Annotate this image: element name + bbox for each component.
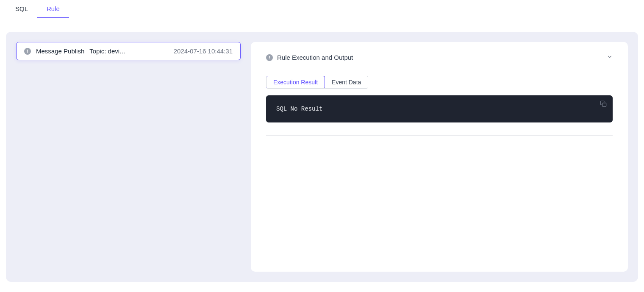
tab-rule[interactable]: Rule [37,0,69,18]
tab-event-data[interactable]: Event Data [325,76,368,88]
panel-title: Rule Execution and Output [277,54,353,61]
divider [266,135,613,136]
copy-icon[interactable] [600,100,607,109]
panel-header: ! Rule Execution and Output [266,54,613,68]
chevron-down-icon[interactable] [607,54,613,61]
info-icon: ! [266,54,273,61]
main-tabs: SQL Rule [0,0,644,18]
info-icon: ! [24,48,31,55]
tab-execution-result[interactable]: Execution Result [266,76,325,89]
events-panel: ! Message Publish Topic: devi… 2024-07-1… [16,42,241,272]
event-topic-label: Topic: devi… [89,47,168,55]
event-card[interactable]: ! Message Publish Topic: devi… 2024-07-1… [16,42,241,60]
detail-panel: ! Rule Execution and Output Execution Re… [251,42,628,272]
result-output: SQL No Result [266,95,613,122]
event-type-label: Message Publish [36,47,84,55]
result-message: SQL No Result [276,106,322,112]
tab-sql[interactable]: SQL [6,0,37,18]
result-tabs: Execution Result Event Data [266,76,368,89]
svg-rect-0 [602,103,606,107]
content-area: ! Message Publish Topic: devi… 2024-07-1… [6,32,638,282]
event-timestamp: 2024-07-16 10:44:31 [174,47,233,55]
